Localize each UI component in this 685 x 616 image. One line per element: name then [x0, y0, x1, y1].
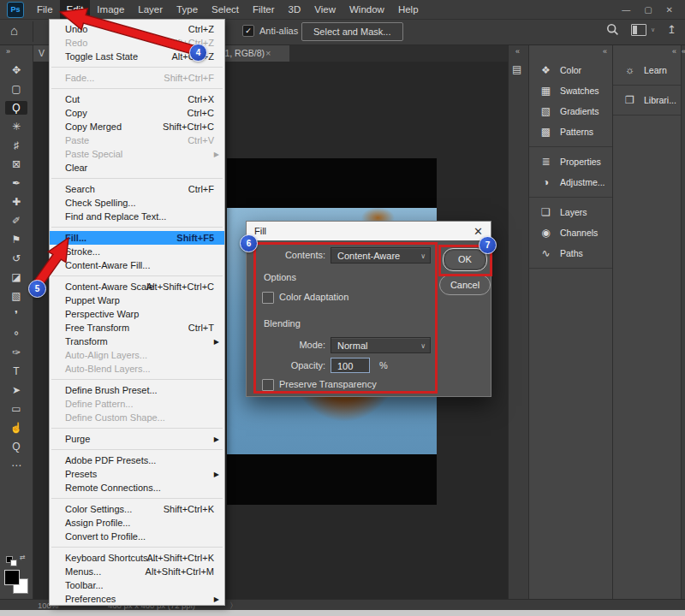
- edit-menu-dropdown: Undo Ctrl+Z Redo Shift+Ctrl+Z Toggle Las…: [49, 19, 225, 606]
- close-icon[interactable]: ✕: [474, 225, 483, 238]
- close-icon[interactable]: ✕: [666, 5, 673, 15]
- menu-item-copy[interactable]: Copy Ctrl+C: [50, 106, 224, 120]
- quick-selection-tool[interactable]: ✳: [5, 120, 27, 133]
- lasso-tool[interactable]: Ϙ: [5, 101, 27, 115]
- chevron-down-icon[interactable]: ∨: [651, 27, 655, 33]
- panel-paths[interactable]: ∿Paths: [529, 243, 613, 264]
- menu-item-find-replace[interactable]: Find and Replace Text...: [50, 210, 224, 223]
- panel-channels[interactable]: ◉Channels: [529, 222, 613, 243]
- eyedropper-tool[interactable]: ✒: [5, 176, 27, 190]
- menu-item-presets[interactable]: Presets ▶: [50, 467, 224, 481]
- type-tool[interactable]: T: [5, 364, 27, 378]
- options-bar-right-icons: ∨ ↥: [606, 23, 676, 36]
- anti-alias-checkbox[interactable]: ✓: [242, 25, 254, 37]
- panel-dock: « ❖Color▦Swatches▧Gradients▩Patterns≣Pro…: [528, 44, 613, 599]
- menu-item-remote-connections[interactable]: Remote Connections...: [50, 481, 224, 495]
- menu-item-define-custom-shape: Define Custom Shape...: [50, 411, 224, 424]
- menu-item-fill[interactable]: Fill... Shift+F5: [50, 231, 224, 245]
- foreground-color-swatch[interactable]: [4, 570, 20, 585]
- divider: [33, 21, 33, 42]
- panel-color[interactable]: ❖Color: [529, 60, 613, 80]
- blur-tool[interactable]: ❜: [5, 308, 27, 322]
- panel-layers[interactable]: ❏Layers: [529, 202, 613, 222]
- menu-item-toolbar[interactable]: Toolbar...: [50, 578, 224, 592]
- collapse-dock-icon[interactable]: «: [603, 47, 607, 56]
- pen-tool[interactable]: ✑: [5, 346, 27, 359]
- panel-learn[interactable]: ☼Learn: [613, 60, 682, 80]
- brush-tool[interactable]: ✐: [5, 214, 27, 228]
- panel-gradients[interactable]: ▧Gradients: [529, 101, 613, 121]
- menu-item-keyboard-shortcuts[interactable]: Keyboard Shortcuts... Alt+Shift+Ctrl+K: [50, 551, 224, 565]
- menu-item-free-transform[interactable]: Free Transform Ctrl+T: [50, 321, 224, 335]
- fill-dialog-titlebar[interactable]: Fill ✕: [247, 222, 491, 240]
- panel-properties[interactable]: ≣Properties: [529, 151, 613, 172]
- path-selection-tool[interactable]: ➤: [5, 383, 27, 397]
- more-tools[interactable]: ⋯: [5, 459, 27, 472]
- panel-swatches[interactable]: ▦Swatches: [529, 80, 613, 101]
- menu-item-auto-align-layers: Auto-Align Layers...: [50, 348, 224, 362]
- collapsed-panel-icon[interactable]: ▤: [512, 63, 521, 75]
- tab-close-icon[interactable]: ×: [265, 44, 271, 62]
- menu-item: [51, 498, 223, 499]
- move-tool[interactable]: ✥: [5, 63, 27, 77]
- minimize-icon[interactable]: —: [622, 5, 630, 15]
- menu-window[interactable]: Window: [342, 0, 391, 19]
- panel-libraries[interactable]: ❐Librari...: [613, 90, 682, 110]
- step-badge-5: 5: [28, 280, 46, 298]
- menu-item-stroke[interactable]: Stroke...: [50, 245, 224, 258]
- fill-dialog-title: Fill: [254, 226, 266, 236]
- menu-item: [51, 227, 223, 228]
- shape-tool[interactable]: ▭: [5, 402, 27, 416]
- menu-item-check-spelling[interactable]: Check Spelling...: [50, 196, 224, 210]
- workspace-icon[interactable]: [631, 24, 646, 36]
- menu-item-transform[interactable]: Transform ▶: [50, 335, 224, 348]
- restore-icon[interactable]: ▢: [644, 5, 652, 15]
- menu-item-search[interactable]: Search Ctrl+F: [50, 182, 224, 196]
- frame-tool[interactable]: ⊠: [5, 157, 27, 171]
- menu-item-perspective-warp[interactable]: Perspective Warp: [50, 307, 224, 321]
- menu-filter[interactable]: Filter: [246, 0, 282, 19]
- swap-colors-icon[interactable]: ⇄: [20, 554, 26, 561]
- annotation-arrow-to-edit: [51, 5, 206, 58]
- menu-item-adobe-pdf-presets[interactable]: Adobe PDF Presets...: [50, 453, 224, 467]
- menu-item-copy-merged[interactable]: Copy Merged Shift+Ctrl+C: [50, 120, 224, 133]
- menu-item-cut[interactable]: Cut Ctrl+X: [50, 92, 224, 106]
- menu-item-menus[interactable]: Menus... Alt+Shift+Ctrl+M: [50, 565, 224, 578]
- menu-select[interactable]: Select: [205, 0, 246, 19]
- menu-item-convert-to-profile[interactable]: Convert to Profile...: [50, 530, 224, 543]
- collapse-dock-icon[interactable]: «: [672, 47, 676, 56]
- default-colors-icon[interactable]: ⇄: [6, 556, 18, 565]
- menu-item-puppet-warp[interactable]: Puppet Warp: [50, 293, 224, 307]
- collapse-dock-icon[interactable]: «: [515, 47, 520, 56]
- hand-tool[interactable]: ☝: [5, 421, 27, 435]
- panel-list: ❖Color▦Swatches▧Gradients▩Patterns≣Prope…: [529, 60, 613, 273]
- menu-item-assign-profile[interactable]: Assign Profile...: [50, 516, 224, 530]
- expand-toolbar-icon[interactable]: »: [6, 47, 9, 56]
- menu-item-define-brush-preset[interactable]: Define Brush Preset...: [50, 383, 224, 397]
- menu-item: [51, 547, 223, 548]
- search-icon[interactable]: [606, 23, 619, 36]
- healing-brush-tool[interactable]: ✚: [5, 195, 27, 209]
- crop-tool[interactable]: ♯: [5, 139, 27, 152]
- menu-item-preferences[interactable]: Preferences ▶: [50, 592, 224, 606]
- zoom-tool[interactable]: Q: [5, 440, 27, 453]
- marquee-tool[interactable]: ▢: [5, 82, 27, 96]
- anti-alias-option[interactable]: ✓ Anti-alias: [242, 25, 298, 37]
- select-and-mask-button[interactable]: Select and Mask...: [301, 22, 403, 41]
- cancel-button[interactable]: Cancel: [439, 275, 491, 295]
- panel-adjustments[interactable]: ◑Adjustme...: [529, 172, 613, 192]
- home-icon[interactable]: ⌂: [10, 23, 18, 38]
- collapse-dock-icon[interactable]: «: [682, 47, 685, 56]
- menu-item-content-aware-fill[interactable]: Content-Aware Fill...: [50, 258, 224, 272]
- menu-item-clear[interactable]: Clear: [50, 161, 224, 175]
- dodge-tool[interactable]: ⚬: [5, 327, 27, 341]
- menu-item-color-settings[interactable]: Color Settings... Shift+Ctrl+K: [50, 502, 224, 516]
- panel-patterns[interactable]: ▩Patterns: [529, 121, 613, 142]
- menu-item-purge[interactable]: Purge ▶: [50, 432, 224, 446]
- menu-3d[interactable]: 3D: [282, 0, 308, 19]
- photoshop-window: Ps FileEditImageLayerTypeSelectFilter3DV…: [0, 0, 685, 616]
- menu-view[interactable]: View: [307, 0, 342, 19]
- menu-help[interactable]: Help: [391, 0, 426, 19]
- share-icon[interactable]: ↥: [667, 23, 676, 36]
- menu-item-content-aware-scale[interactable]: Content-Aware Scale Alt+Shift+Ctrl+C: [50, 280, 224, 293]
